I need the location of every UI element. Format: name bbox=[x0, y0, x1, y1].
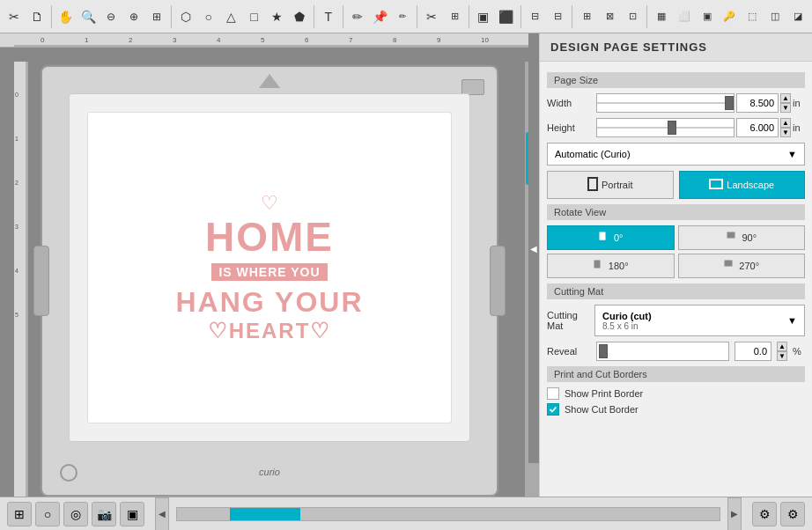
svg-text:6: 6 bbox=[305, 36, 309, 44]
width-row: Width 8.500 ▲ ▼ in bbox=[547, 93, 805, 113]
pan-tool[interactable]: ✋ bbox=[55, 6, 77, 27]
extra-tool-5[interactable]: ⬚ bbox=[742, 6, 763, 27]
scroll-right-arrow-bottom[interactable]: ▶ bbox=[727, 497, 742, 531]
rotate-0-label: 0° bbox=[614, 232, 624, 243]
grid-tool[interactable]: ⊞ bbox=[146, 6, 167, 27]
align-v-tool[interactable]: ⊟ bbox=[548, 6, 569, 27]
scissors-tool[interactable]: ✂ bbox=[4, 6, 25, 27]
bottom-grid-icon[interactable]: ⊞ bbox=[7, 502, 32, 526]
width-slider-thumb[interactable] bbox=[725, 96, 734, 110]
reveal-step-down[interactable]: ▼ bbox=[777, 351, 787, 361]
width-step-up[interactable]: ▲ bbox=[780, 93, 791, 103]
reveal-slider[interactable] bbox=[596, 342, 729, 361]
svg-rect-25 bbox=[725, 261, 732, 266]
height-step-down[interactable]: ▼ bbox=[780, 128, 791, 137]
shape-tool-5[interactable]: ★ bbox=[266, 6, 287, 27]
rotate-90-button[interactable]: 90° bbox=[678, 225, 806, 250]
bottom-circle-icon[interactable]: ○ bbox=[35, 502, 60, 526]
text-tool[interactable]: T bbox=[318, 6, 339, 27]
height-steppers: ▲ ▼ bbox=[780, 118, 791, 137]
bottom-target-icon[interactable]: ◎ bbox=[63, 502, 88, 526]
clipboard-tool[interactable]: 🗋 bbox=[26, 6, 48, 27]
align-h-tool[interactable]: ⊟ bbox=[525, 6, 546, 27]
shape-tool-2[interactable]: ○ bbox=[198, 6, 219, 27]
stroke-tool[interactable]: ⬛ bbox=[496, 6, 517, 27]
path-tool-2[interactable]: ⊠ bbox=[599, 6, 620, 27]
width-slider[interactable] bbox=[596, 93, 734, 113]
svg-text:2: 2 bbox=[129, 36, 133, 44]
h-scroll-area: ◀ ▶ bbox=[155, 497, 742, 531]
show-print-border-row: Show Print Border bbox=[547, 387, 805, 400]
reveal-thumb[interactable] bbox=[599, 344, 608, 358]
canvas-area: 0 1 2 3 4 5 6 7 8 9 10 0 1 2 bbox=[0, 33, 539, 497]
bottom-camera-icon[interactable]: 📷 bbox=[92, 502, 116, 526]
shape-tool-1[interactable]: ⬡ bbox=[175, 6, 196, 27]
width-steppers: ▲ ▼ bbox=[780, 93, 791, 113]
zoom-in-tool[interactable]: 🔍 bbox=[78, 6, 100, 27]
cutting-mat-name: Curio (cut) bbox=[602, 311, 652, 321]
scroll-left-arrow[interactable]: ◀ bbox=[155, 497, 169, 531]
height-value-input[interactable]: 6.000 bbox=[736, 118, 779, 137]
shape-tool-4[interactable]: □ bbox=[243, 6, 264, 27]
extra-tool-3[interactable]: ▣ bbox=[697, 6, 718, 27]
reveal-value-input[interactable]: 0.0 bbox=[734, 342, 771, 361]
shape-tool-6[interactable]: ⬟ bbox=[289, 6, 310, 27]
art-heart-line: ♡HEART♡ bbox=[176, 319, 364, 343]
landscape-button[interactable]: Landscape bbox=[679, 171, 806, 199]
panel-separator[interactable]: ◀ bbox=[528, 33, 539, 463]
anchor-tool[interactable]: 📌 bbox=[370, 6, 391, 27]
settings-icon-2[interactable]: ⚙ bbox=[780, 502, 805, 526]
rotate-0-button[interactable]: ab 0° bbox=[547, 225, 675, 250]
design-panel: DESIGN PAGE SETTINGS Page Size Width 8.5… bbox=[539, 33, 812, 497]
ruler-vertical: 0 1 2 3 4 5 bbox=[14, 62, 28, 497]
extra-tool-4[interactable]: 🔑 bbox=[719, 6, 740, 27]
machine-dropdown[interactable]: Automatic (Curio) ▼ bbox=[547, 143, 805, 166]
show-print-border-checkbox[interactable] bbox=[547, 387, 559, 400]
settings-icon-1[interactable]: ⚙ bbox=[752, 502, 777, 526]
height-slider[interactable] bbox=[596, 118, 734, 137]
reveal-step-up[interactable]: ▲ bbox=[777, 342, 787, 351]
bottom-layers-icon[interactable]: ▣ bbox=[120, 502, 144, 526]
width-slider-track bbox=[597, 102, 734, 104]
svg-text:0: 0 bbox=[41, 36, 45, 44]
panel-title: DESIGN PAGE SETTINGS bbox=[540, 33, 812, 62]
path-tool-3[interactable]: ⊡ bbox=[622, 6, 643, 27]
h-scroll-thumb[interactable] bbox=[230, 508, 300, 520]
cutting-mat-dropdown[interactable]: Curio (cut) 8.5 x 6 in ▼ bbox=[594, 305, 805, 336]
scroll-up-arrow[interactable] bbox=[259, 74, 280, 88]
pen-tool[interactable]: ✏ bbox=[347, 6, 368, 27]
art-hang-your: HANG YOUR bbox=[176, 287, 364, 318]
extra-tool-6[interactable]: ◫ bbox=[764, 6, 786, 27]
portrait-label: Portrait bbox=[602, 180, 632, 190]
fill-tool[interactable]: ▣ bbox=[473, 6, 494, 27]
zoom-fit-tool[interactable]: ⊕ bbox=[123, 6, 144, 27]
extra-tool-2[interactable]: ⬜ bbox=[674, 6, 695, 27]
width-step-down[interactable]: ▼ bbox=[780, 103, 791, 113]
h-scroll-track[interactable] bbox=[176, 507, 720, 521]
height-slider-thumb[interactable] bbox=[668, 121, 676, 135]
rotate-180-label: 180° bbox=[609, 261, 629, 271]
toolbar-separator-1 bbox=[51, 5, 52, 28]
height-step-up[interactable]: ▲ bbox=[780, 118, 791, 128]
top-toolbar: ✂ 🗋 ✋ 🔍 ⊖ ⊕ ⊞ ⬡ ○ △ □ ★ ⬟ T ✏ 📌 ✏ ✂ ⊞ ▣ … bbox=[0, 0, 812, 33]
node-tool[interactable]: ✏ bbox=[393, 6, 414, 27]
cutting-mat-arrow: ▼ bbox=[787, 315, 797, 326]
path-tool-1[interactable]: ⊞ bbox=[576, 6, 597, 27]
svg-rect-19 bbox=[588, 178, 597, 190]
rotate-270-button[interactable]: 270° bbox=[678, 254, 806, 278]
width-value-input[interactable]: 8.500 bbox=[736, 93, 779, 113]
cutting-mat-row: Cutting Mat Curio (cut) 8.5 x 6 in ▼ bbox=[547, 305, 805, 336]
text-art: ♡ HOME IS WHERE YOU HANG YOUR ♡HEART♡ bbox=[176, 192, 364, 342]
extra-tool-1[interactable]: ▦ bbox=[651, 6, 672, 27]
crop-tool[interactable]: ⊞ bbox=[444, 6, 465, 27]
portrait-button[interactable]: Portrait bbox=[547, 171, 674, 199]
shape-tool-3[interactable]: △ bbox=[221, 6, 242, 27]
right-handle bbox=[490, 246, 506, 316]
width-input-group: 8.500 ▲ ▼ in bbox=[596, 93, 805, 113]
cut-tool[interactable]: ✂ bbox=[421, 6, 442, 27]
width-unit: in bbox=[793, 98, 805, 108]
show-cut-border-checkbox[interactable] bbox=[547, 403, 559, 416]
extra-tool-7[interactable]: ◪ bbox=[787, 6, 808, 27]
rotate-180-button[interactable]: 180° bbox=[547, 254, 675, 278]
zoom-out-tool[interactable]: ⊖ bbox=[100, 6, 122, 27]
